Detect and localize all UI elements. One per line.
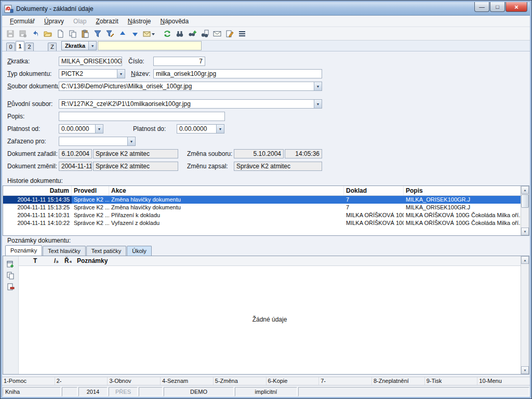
tab-text-hlavicky[interactable]: Text hlavičky [43,246,85,256]
paste-icon[interactable] [79,28,91,39]
copy-icon[interactable] [66,28,78,39]
menu-item-zobrazit[interactable]: Zobrazit [91,17,123,26]
edit-note-icon[interactable] [223,28,235,39]
column-header-datum[interactable]: Datum [3,186,72,195]
close-button[interactable]: × [506,2,527,12]
notes-tab-bar: Poznámky Text hlavičky Text patičky Úkol… [2,245,530,256]
notes-scrollbar[interactable]: ▲ ▼ [521,256,529,374]
quick-search-input[interactable] [98,41,202,50]
fkey-5[interactable]: 5-Změna [213,377,266,385]
menu-item-napoveda[interactable]: Nápověda [155,17,193,26]
table-row[interactable]: 2004-11-11 14:10:31 Správce K2 ... Přiřa… [3,211,521,219]
column-header-t[interactable]: T [33,257,37,264]
chevron-down-icon[interactable]: ▼ [117,70,125,78]
minimize-button[interactable]: — [474,2,489,12]
fkey-7[interactable]: 7- [318,377,371,385]
chevron-down-icon[interactable]: ▼ [88,42,96,50]
fkey-4[interactable]: 4-Seznam [160,377,213,385]
cislo-input[interactable]: 7 [153,57,205,66]
tab-text-paticky[interactable]: Text patičky [86,246,126,256]
column-header-doklad[interactable]: Doklad [344,186,404,195]
typ-dokumentu-select[interactable]: PICTK2 ▼ [59,69,125,78]
find-document-icon[interactable] [198,28,210,39]
fkey-3[interactable]: 3-Obnov [107,377,160,385]
chevron-down-icon[interactable]: ▼ [127,137,135,145]
open-icon[interactable] [42,28,54,39]
toolbar [2,27,530,41]
chevron-down-icon[interactable]: ▼ [314,82,322,90]
app-window: Dokumenty - základní údaje — □ × Formulá… [0,0,532,399]
title-bar: Dokumenty - základní údaje — □ × [2,2,530,16]
popis-input[interactable] [59,112,225,121]
menu-item-upravy[interactable]: Úpravy [39,17,69,26]
delete-note-button[interactable] [6,282,16,291]
dokument-zaradil-user: Správce K2 atmitec [93,149,178,158]
cislo-label: Číslo: [128,58,144,65]
scroll-down-icon[interactable]: ▼ [521,228,529,235]
copy-note-button[interactable] [6,271,16,280]
send-dropdown-icon[interactable] [141,28,157,39]
zmenu-zapsal-label: Změnu zapsal: [187,163,228,170]
table-row[interactable]: 2004-11-11 15:14:35 Správce K2 ... Změna… [3,196,521,204]
platnost-od-select[interactable]: 0.00.0000 ▼ [59,124,103,134]
nazev-input[interactable]: milka_orisek100gr.jpg [153,69,322,78]
undo-icon[interactable] [29,28,41,39]
page-tab-1[interactable]: 1 [16,41,24,51]
filter-icon[interactable] [91,28,103,39]
maximize-button[interactable]: □ [490,2,505,12]
tab-ukoly[interactable]: Úkoly [127,246,152,256]
column-header-row[interactable]: Ř₄ [64,257,72,264]
fkey-8[interactable]: 8-Zneplatnění [371,377,424,385]
new-document-icon[interactable] [54,28,66,39]
fkey-2[interactable]: 2- [55,377,108,385]
fkey-9[interactable]: 9-Tisk [424,377,477,385]
scrollbar-thumb[interactable] [521,194,529,208]
history-scrollbar[interactable]: ▲ ▼ [521,186,529,235]
notes-toolbar [3,256,19,374]
find-icon[interactable] [174,28,185,39]
refresh-icon[interactable] [161,28,173,39]
chevron-down-icon[interactable]: ▼ [216,125,224,133]
filter-edit-icon[interactable] [104,28,116,39]
puvodni-soubor-input[interactable]: R:\V127\K2_cze\K2\P1\10milkaorisek100gr.… [59,99,322,109]
soubor-dokumentu-input[interactable]: C:\V136\Demo\Pictures\Milka_orisek_100gr… [59,82,322,91]
menu-item-formular[interactable]: Formulář [5,17,39,26]
page-tab-z[interactable]: Z [48,43,57,51]
zkratka-input[interactable]: MILKA_ORISEK100GR.J [59,57,122,66]
find-next-icon[interactable] [186,28,198,39]
table-row[interactable]: 2004-11-11 14:10:22 Správce K2 ... Vyřaz… [3,219,521,227]
column-header-line[interactable]: /₃ [54,257,59,264]
chevron-down-icon[interactable]: ▼ [314,100,322,108]
column-header-akce[interactable]: Akce [109,186,344,195]
chevron-down-icon[interactable]: ▼ [95,125,103,133]
status-book: Kniha [3,387,61,396]
typ-dokumentu-label: Typ dokumentu: [7,70,51,77]
table-row[interactable]: 2004-11-11 15:13:25 Správce K2 ... Změna… [3,204,521,211]
add-note-button[interactable] [6,259,16,269]
status-profile: implicitní [235,387,297,396]
dokument-zaradil-label: Dokument zařadil: [7,150,58,157]
page-tab-2[interactable]: 2 [25,43,34,51]
notes-grid-header: T /₃ Ř₄ Poznámky [19,256,521,266]
zarazeno-pro-select[interactable]: ▼ [59,137,136,146]
scroll-up-icon[interactable]: ▲ [521,186,529,194]
column-header-popis[interactable]: Popis [404,186,521,195]
scroll-down-icon[interactable]: ▼ [521,366,529,374]
move-up-icon[interactable] [116,28,128,39]
column-header-poznamky[interactable]: Poznámky [77,257,108,264]
fkey-6[interactable]: 6-Kopie [266,377,319,385]
fkey-10[interactable]: 10-Menu [477,377,530,385]
column-header-provedl[interactable]: Provedl [72,186,109,195]
tab-poznamky[interactable]: Poznámky [5,245,42,256]
platnost-do-select[interactable]: 0.00.0000 ▼ [177,124,224,134]
mail-icon[interactable] [211,28,223,39]
search-column-select[interactable]: Zkratka ▼ [61,41,97,50]
menu-item-nastroje[interactable]: Nástroje [123,17,156,26]
app-icon [4,5,14,13]
scroll-up-icon[interactable]: ▲ [521,256,529,264]
page-tab-0[interactable]: 0 [6,43,15,51]
notes-section-label: Poznámky dokumentu: [2,236,530,245]
menu-list-icon[interactable] [236,28,248,39]
move-down-icon[interactable] [129,28,141,39]
fkey-1[interactable]: 1-Pomoc [2,377,55,385]
